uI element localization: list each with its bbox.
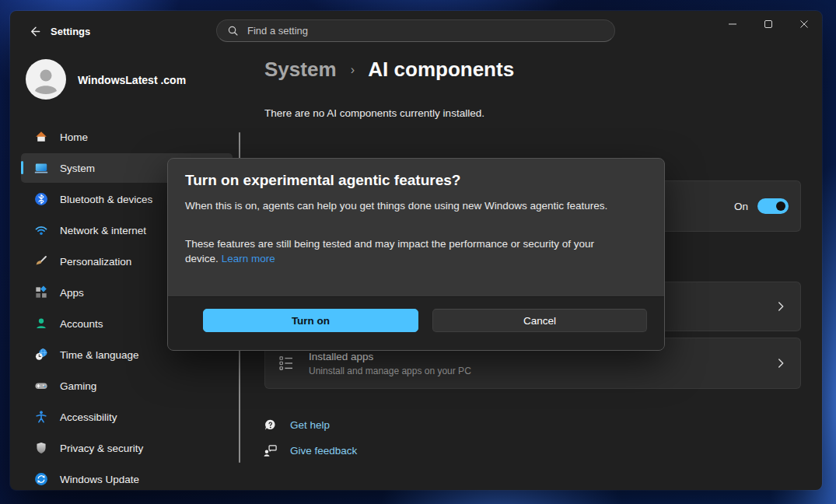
sidebar-item-label: Gaming	[60, 380, 96, 392]
get-help-link[interactable]: Get help	[290, 419, 330, 431]
sidebar-item-home[interactable]: Home	[21, 122, 233, 152]
sidebar-item-label: Privacy & security	[60, 443, 143, 454]
installed-apps-title: Installed apps	[309, 351, 471, 362]
sidebar-item-gaming[interactable]: Gaming	[21, 371, 233, 401]
installed-apps-icon	[278, 355, 295, 372]
maximize-button[interactable]	[750, 11, 786, 37]
sidebar-item-label: Network & internet	[60, 225, 146, 236]
help-links: Get help Give feedback	[263, 415, 357, 467]
page-title: AI components	[368, 58, 514, 81]
home-icon	[34, 130, 48, 144]
avatar[interactable]	[26, 59, 66, 100]
give-feedback-icon	[263, 443, 278, 458]
close-icon	[799, 19, 809, 29]
personalization-icon	[34, 254, 48, 268]
sidebar-item-privacy-security[interactable]: Privacy & security	[21, 433, 233, 463]
get-help-icon	[263, 418, 278, 432]
chevron-right-icon	[774, 299, 788, 313]
gaming-icon	[34, 379, 48, 393]
search-icon	[227, 25, 240, 37]
breadcrumb-separator-icon: ›	[351, 63, 355, 76]
network-icon	[34, 223, 48, 237]
chevron-right-icon	[774, 356, 788, 370]
window-controls	[715, 11, 822, 37]
learn-more-link[interactable]: Learn more	[222, 253, 275, 264]
cancel-button[interactable]: Cancel	[432, 309, 647, 332]
give-feedback-link[interactable]: Give feedback	[290, 445, 357, 457]
accessibility-icon	[34, 410, 48, 424]
sidebar-item-windows-update[interactable]: Windows Update	[21, 464, 233, 490]
time-language-icon	[34, 348, 48, 362]
give-feedback-row[interactable]: Give feedback	[263, 441, 357, 460]
sidebar-item-label: Time & language	[60, 349, 139, 361]
settings-window: Settings	[10, 11, 822, 490]
sidebar-item-label: Home	[60, 131, 88, 143]
toggle-state-label: On	[734, 201, 748, 212]
dialog-body-line1: When this is on, agents can help you get…	[185, 200, 607, 212]
sidebar-item-label: Accessibility	[60, 411, 117, 423]
dialog-footer: Turn on Cancel	[168, 296, 664, 350]
desktop-wallpaper: Settings	[0, 0, 836, 504]
toggle-knob	[776, 201, 785, 211]
installed-apps-subtitle: Uninstall and manage apps on your PC	[309, 366, 471, 376]
sidebar-item-label: Personalization	[60, 256, 131, 268]
sidebar-item-label: Bluetooth & devices	[60, 194, 152, 205]
search-box[interactable]	[216, 19, 615, 42]
minimize-icon	[728, 19, 737, 29]
windows-update-icon	[34, 472, 48, 486]
bluetooth-icon	[34, 192, 48, 206]
apps-icon	[34, 285, 48, 299]
app-title: Settings	[51, 26, 90, 37]
sidebar-item-label: Apps	[60, 287, 84, 299]
system-icon	[34, 161, 48, 175]
dialog-title: Turn on experimental agentic features?	[185, 172, 460, 189]
dialog-body-line2: These features are still being tested an…	[185, 237, 653, 266]
sidebar-item-label: Windows Update	[60, 474, 139, 485]
sidebar-item-accessibility[interactable]: Accessibility	[21, 402, 233, 432]
search-input[interactable]	[247, 25, 582, 37]
maximize-icon	[764, 19, 773, 29]
get-help-row[interactable]: Get help	[263, 415, 357, 434]
profile-name: WindowsLatest .com	[78, 74, 186, 86]
empty-state-message: There are no AI components currently ins…	[264, 107, 484, 119]
accounts-icon	[34, 317, 48, 331]
breadcrumb-system[interactable]: System	[264, 58, 337, 81]
turn-on-button[interactable]: Turn on	[203, 309, 418, 332]
back-arrow-icon	[28, 24, 43, 39]
sidebar-item-label: Accounts	[60, 318, 103, 330]
back-button[interactable]	[23, 21, 47, 41]
privacy-icon	[34, 441, 48, 455]
agentic-features-dialog: Turn on experimental agentic features? W…	[167, 158, 665, 351]
minimize-button[interactable]	[715, 11, 750, 37]
agentic-features-toggle[interactable]	[757, 198, 789, 214]
close-button[interactable]	[786, 11, 822, 37]
breadcrumb: System › AI components	[264, 58, 514, 82]
sidebar-item-label: System	[60, 163, 95, 174]
